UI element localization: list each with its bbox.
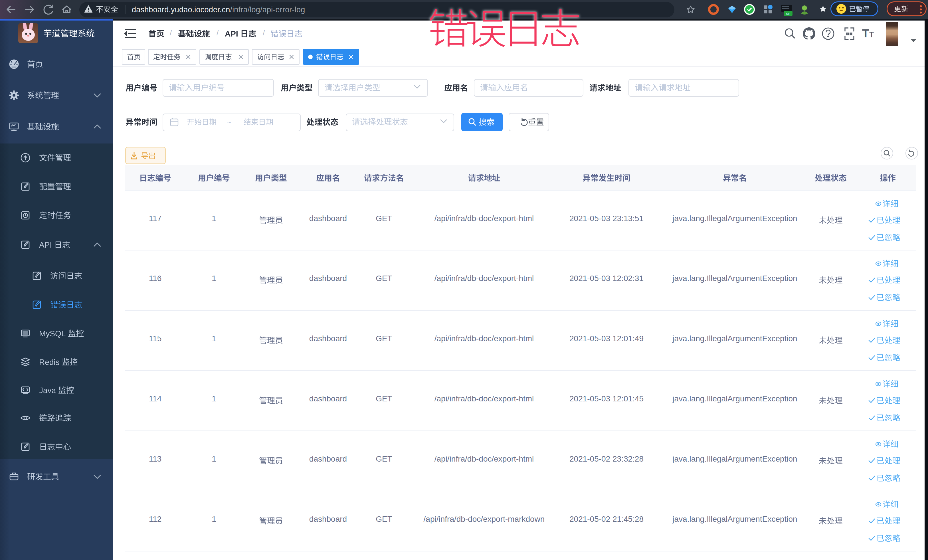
svg-text:T: T bbox=[862, 27, 869, 40]
svg-text:T: T bbox=[869, 31, 874, 39]
